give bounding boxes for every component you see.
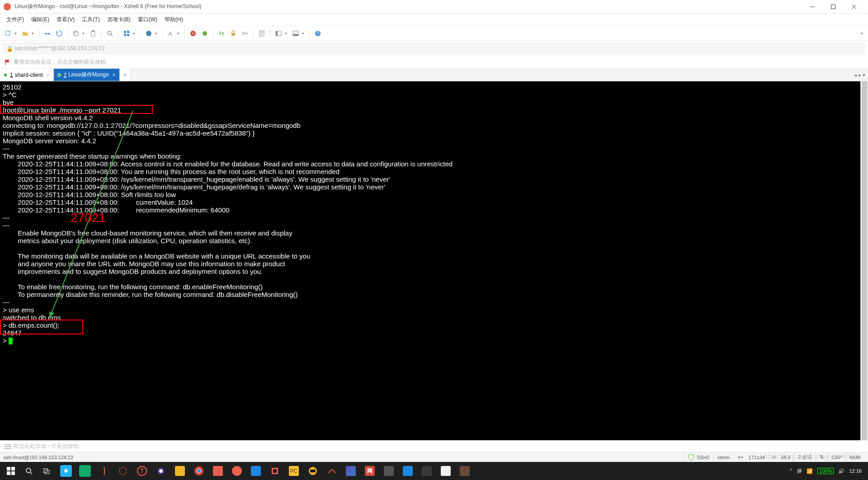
tab-shard-client[interactable]: 1 shard-client × [0, 69, 54, 81]
link-button[interactable] [42, 28, 53, 39]
tab-number: 1 [10, 72, 13, 78]
taskbar-app[interactable] [380, 462, 398, 480]
svg-rect-43 [310, 470, 316, 472]
reconnect-button[interactable] [54, 28, 65, 39]
paste-button[interactable] [88, 28, 99, 39]
svg-rect-6 [75, 32, 78, 36]
battery-icon[interactable]: 100% [817, 468, 834, 474]
svg-point-19 [242, 32, 245, 35]
globe-button[interactable] [143, 28, 154, 39]
taskbar-app[interactable] [171, 462, 189, 480]
taskbar-app[interactable] [190, 462, 208, 480]
taskbar-app[interactable] [418, 462, 436, 480]
status-dot-icon [4, 73, 7, 77]
svg-point-36 [159, 469, 163, 473]
taskbar-app[interactable]: ✱ [57, 462, 75, 480]
taskbar-app[interactable] [399, 462, 417, 480]
dropdown-icon[interactable]: ▾ [32, 31, 36, 36]
clock[interactable]: 12:16 [849, 468, 862, 474]
taskbar-app[interactable] [266, 462, 284, 480]
tab-close-button[interactable]: × [113, 72, 116, 78]
taskbar-app[interactable] [114, 462, 132, 480]
menu-view[interactable]: 查看(V) [53, 14, 78, 25]
tray-overflow-icon[interactable]: ˄ [790, 468, 793, 474]
flag-icon [5, 59, 11, 66]
taskbar-app[interactable] [437, 462, 455, 480]
taskbar-app[interactable] [152, 462, 170, 480]
lock-button[interactable] [228, 28, 239, 39]
taskbar-app[interactable]: T [133, 462, 151, 480]
toolbar: ▾ ▾ ▾ ▾ ▾ A▾ ▾ ▾ ? ▾ [0, 26, 868, 41]
dropdown-icon[interactable]: ▾ [285, 31, 289, 36]
menu-edit[interactable]: 编辑(E) [28, 14, 53, 25]
taskbar-app[interactable] [209, 462, 227, 480]
maximize-button[interactable] [823, 0, 844, 14]
tab-scroll-buttons[interactable]: ◂ ▸ ▾ [851, 69, 868, 81]
toolbar-overflow-icon[interactable]: ▾ [861, 31, 865, 36]
status-term-size: ↕↔ 171x34 [733, 452, 768, 462]
layout-button[interactable] [121, 28, 132, 39]
taskbar-app[interactable] [228, 462, 246, 480]
dropdown-icon[interactable]: ▾ [14, 31, 19, 36]
volume-icon[interactable]: 🔊 [838, 468, 844, 474]
menu-file[interactable]: 文件(F) [3, 14, 28, 25]
address-bar[interactable]: 🔒 ssh://root:******@192.168.153.124:22 [3, 42, 865, 55]
tab-add-button[interactable]: + [120, 69, 131, 81]
script-button[interactable] [188, 28, 198, 39]
close-button[interactable] [844, 0, 864, 14]
dropdown-icon[interactable]: ▾ [302, 31, 307, 36]
minimize-button[interactable] [802, 0, 823, 14]
lock-icon: 🔒 [6, 46, 12, 51]
taskbar-app[interactable] [95, 462, 113, 480]
svg-rect-18 [231, 33, 235, 36]
terminal[interactable]: 25102 > ^C bye [root@Linux bin]# ./mongo… [0, 81, 868, 440]
terminal-scrollbar[interactable] [860, 81, 868, 440]
start-button[interactable] [2, 462, 20, 480]
svg-rect-13 [127, 34, 129, 36]
sidebar-button[interactable] [273, 28, 284, 39]
ime-icon[interactable]: 拼 [797, 468, 802, 475]
taskbar-search[interactable] [21, 462, 37, 480]
taskbar-app[interactable] [456, 462, 474, 480]
menu-window[interactable]: 窗口(W) [134, 14, 161, 25]
system-tray[interactable]: ˄ 拼 📶 100% 🔊 12:16 [785, 468, 866, 475]
menu-help[interactable]: 帮助(H) [161, 14, 187, 25]
dropdown-icon[interactable]: ▾ [82, 31, 87, 36]
taskbar-app[interactable] [323, 462, 341, 480]
svg-text:A: A [168, 30, 172, 37]
tab-close-button[interactable]: × [47, 72, 50, 78]
svg-rect-0 [831, 5, 835, 9]
taskbar-app[interactable] [304, 462, 322, 480]
key-button[interactable] [240, 28, 250, 39]
title-bar: Linux操作Mongo - root@Linux:~/mongo/bin - … [0, 0, 868, 14]
dropdown-icon[interactable]: ▾ [133, 31, 137, 36]
quick-command-bar[interactable]: 双击此处添加一个新的按钮。 [0, 440, 868, 452]
menu-tab[interactable]: 选项卡(B) [104, 14, 134, 25]
network-icon[interactable]: 📶 [807, 468, 813, 474]
properties-button[interactable] [256, 28, 267, 39]
copy-button[interactable] [71, 28, 81, 39]
dropdown-icon[interactable]: ▾ [155, 31, 160, 36]
watermark: https://blog.csdn.net/wt_45480785 [764, 453, 861, 460]
find-button[interactable] [104, 28, 115, 39]
tab-label: Linux操作Mongo [68, 71, 108, 79]
taskbar-app[interactable]: 网 [361, 462, 379, 480]
taskbar-app[interactable] [342, 462, 360, 480]
svg-point-9 [108, 31, 111, 35]
svg-text:?: ? [317, 31, 320, 36]
tab-linux-mongo[interactable]: 2 Linux操作Mongo × [54, 69, 120, 81]
menu-bar: 文件(F) 编辑(E) 查看(V) 工具(T) 选项卡(B) 窗口(W) 帮助(… [0, 14, 868, 26]
help-button[interactable]: ? [312, 28, 323, 39]
record-button[interactable] [199, 28, 210, 39]
panel-button[interactable] [290, 28, 301, 39]
menu-tools[interactable]: 工具(T) [78, 14, 103, 25]
open-button[interactable] [20, 28, 31, 39]
taskbar-app[interactable] [247, 462, 265, 480]
transfer-button[interactable] [216, 28, 227, 39]
new-session-button[interactable] [3, 28, 14, 39]
dropdown-icon[interactable]: ▾ [177, 31, 182, 36]
task-view-button[interactable] [38, 462, 56, 480]
taskbar-app[interactable] [76, 462, 94, 480]
font-button[interactable]: A [165, 28, 176, 39]
taskbar-app[interactable]: PC [285, 462, 303, 480]
